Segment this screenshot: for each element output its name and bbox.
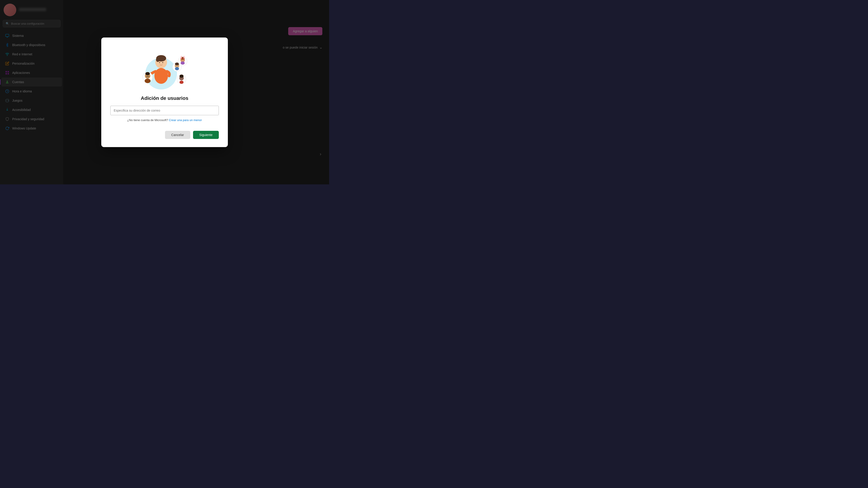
svg-point-34: [181, 56, 182, 59]
svg-point-36: [181, 61, 185, 65]
svg-point-30: [175, 67, 179, 70]
no-account-text: ¿No tiene cuenta de Microsoft?: [127, 119, 168, 122]
modal-title: Adición de usuarios: [141, 95, 188, 101]
modal-buttons: Cancelar Siguiente: [165, 131, 219, 139]
svg-point-35: [183, 56, 185, 59]
no-account-section: ¿No tiene cuenta de Microsoft? Crear una…: [127, 119, 202, 122]
next-button[interactable]: Siguiente: [193, 131, 219, 139]
svg-point-17: [159, 62, 160, 63]
svg-point-39: [180, 74, 184, 78]
email-input[interactable]: [110, 106, 219, 115]
svg-point-19: [154, 68, 168, 84]
svg-point-40: [180, 80, 184, 84]
cancel-button[interactable]: Cancelar: [165, 131, 190, 139]
modal-illustration: [135, 46, 194, 92]
svg-point-22: [145, 72, 150, 75]
create-minor-account-link[interactable]: Crear una para un menor: [169, 119, 202, 122]
svg-point-16: [156, 57, 160, 62]
modal-overlay: Adición de usuarios ¿No tiene cuenta de …: [0, 0, 329, 184]
svg-point-18: [162, 62, 163, 63]
add-user-modal: Adición de usuarios ¿No tiene cuenta de …: [101, 37, 228, 147]
svg-point-26: [145, 78, 151, 83]
